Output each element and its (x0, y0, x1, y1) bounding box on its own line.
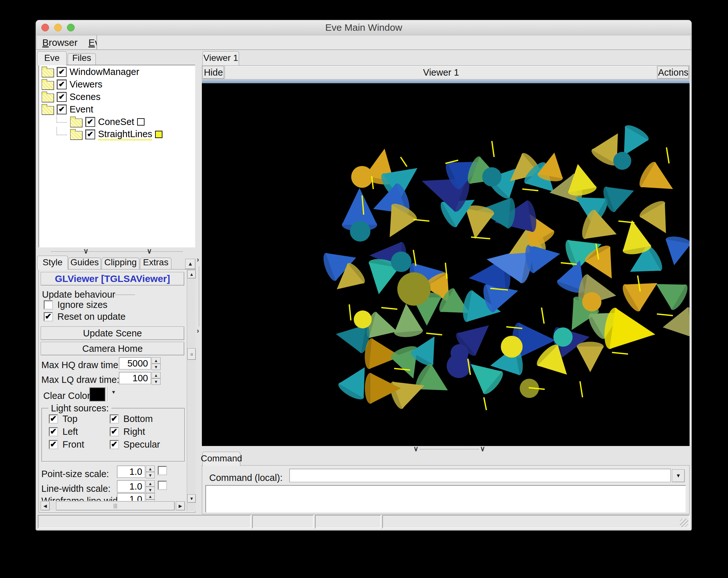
tree-checkbox[interactable]: ✔ (57, 92, 67, 102)
max-lq-label: Max LQ draw time: (41, 374, 119, 385)
tab-clipping[interactable]: Clipping (102, 258, 139, 270)
tree-label[interactable]: WindowManager (70, 67, 139, 77)
tab-scroll-up-icon[interactable]: ▲ (185, 259, 196, 269)
tree-row-viewers[interactable]: ✔ Viewers (42, 79, 195, 90)
update-scene-button[interactable]: Update Scene (41, 326, 184, 340)
scroll-down-icon[interactable]: ▼ (187, 494, 196, 503)
command-input[interactable] (289, 469, 671, 482)
menu-browser[interactable]: Browser (37, 37, 83, 48)
scroll-left-icon[interactable]: ◀ (41, 501, 50, 510)
viewer-header: Hide Viewer 1 Actions (202, 65, 690, 79)
tree-label[interactable]: Scenes (70, 91, 101, 102)
command-dropdown-icon[interactable]: ▼ (672, 469, 685, 482)
resize-grip[interactable] (680, 519, 688, 527)
tree-label[interactable]: Event (70, 104, 93, 115)
scrollbar-thumb[interactable]: ≡ (187, 348, 196, 360)
clear-color-swatch[interactable] (89, 387, 105, 401)
light-left-checkbox[interactable]: ✔ (49, 427, 58, 436)
tab-style[interactable]: Style (37, 256, 68, 270)
spin-up-icon[interactable]: ▲ (152, 372, 160, 378)
menu-group: Browser Eve (36, 35, 97, 50)
editor-horizontal-scrollbar[interactable]: ◀ ||| ▶ (40, 501, 186, 510)
tree-checkbox[interactable]: ✔ (85, 117, 95, 127)
scroll-right-icon[interactable]: ▶ (176, 501, 185, 510)
tree-label[interactable]: ConeSet (98, 116, 134, 127)
status-segment (252, 515, 314, 528)
titlebar: Eve Main Window (36, 20, 692, 34)
tree-label[interactable]: Viewers (70, 79, 103, 90)
tree-row-scenes[interactable]: ✔ Scenes (42, 91, 195, 103)
command-output[interactable] (205, 485, 686, 513)
light-right-checkbox[interactable]: ✔ (110, 427, 119, 436)
max-lq-spinner[interactable]: ▲ ▼ (152, 372, 160, 385)
tree-row-event[interactable]: ✔ Event (42, 104, 195, 115)
hide-button[interactable]: Hide (203, 66, 224, 79)
point-size-entry[interactable]: 1.0 (117, 466, 145, 478)
scroll-up-icon[interactable]: ▲ (187, 270, 196, 279)
reset-on-update-label: Reset on update (57, 311, 126, 322)
gl-viewport[interactable] (202, 83, 690, 446)
ignore-sizes-row: Ignore sizes (44, 299, 107, 310)
tab-command[interactable]: Command (203, 452, 240, 466)
tab-extras[interactable]: Extras (140, 258, 172, 270)
scrollbar-thumb[interactable]: ||| (56, 501, 175, 510)
tree-row-windowmanager[interactable]: ✔ WindowManager (42, 66, 195, 78)
main-window: Eve Main Window Browser Eve Eve Files ✔ … (36, 20, 692, 530)
tree-label[interactable]: StraightLines (98, 129, 152, 140)
tab-viewer1[interactable]: Viewer 1 (203, 51, 239, 65)
light-sources-label: Light sources: (48, 403, 111, 414)
camera-home-button[interactable]: Camera Home (41, 342, 184, 355)
vertical-splitter[interactable]: › › (196, 51, 202, 513)
tree-checkbox[interactable]: ✔ (85, 129, 95, 139)
coneset-marker[interactable] (137, 118, 145, 126)
command-local-label: Command (local): (209, 473, 283, 483)
spin-down-icon[interactable]: ▼ (152, 378, 160, 385)
spin-up-icon[interactable]: ▲ (152, 357, 160, 364)
tab-guides[interactable]: Guides (68, 258, 101, 270)
line-width-spinner[interactable]: ▲ ▼ (146, 480, 155, 493)
tab-files[interactable]: Files (68, 53, 96, 65)
tree-row-straightlines[interactable]: ✔ StraightLines (54, 129, 195, 140)
light-specular-row: ✔ Specular (110, 439, 160, 450)
eve-tree[interactable]: ✔ WindowManager ✔ Viewers ✔ Scenes ✔ Eve… (38, 65, 196, 248)
light-front-row: ✔ Front (49, 439, 84, 450)
point-size-checkbox[interactable] (158, 466, 166, 475)
ignore-sizes-label: Ignore sizes (57, 299, 107, 310)
point-size-spinner[interactable]: ▲ ▼ (146, 466, 155, 478)
spin-down-icon[interactable]: ▼ (152, 364, 160, 370)
line-width-label: Line-width scale: (41, 483, 110, 494)
tab-eve[interactable]: Eve (37, 51, 67, 65)
tree-connector (56, 114, 67, 123)
tree-checkbox[interactable]: ✔ (57, 67, 67, 77)
chevron-down-icon: ∨ (413, 445, 418, 452)
chevron-right-icon: › (197, 327, 199, 335)
tree-checkbox[interactable]: ✔ (57, 79, 67, 89)
actions-button[interactable]: Actions (657, 66, 689, 79)
update-behaviour-label: Update behaviour (42, 289, 115, 300)
3d-scene[interactable] (202, 83, 690, 446)
light-specular-checkbox[interactable]: ✔ (110, 440, 119, 449)
reset-on-update-row: ✔ Reset on update (44, 311, 126, 322)
folder-icon (70, 131, 82, 140)
clear-color-dropdown-icon[interactable]: ▼ (111, 389, 116, 395)
menubar-spacer (97, 35, 691, 50)
light-front-checkbox[interactable]: ✔ (49, 440, 58, 449)
light-bottom-checkbox[interactable]: ✔ (110, 415, 119, 423)
max-hq-spinner[interactable]: ▲ ▼ (152, 357, 160, 370)
tree-checkbox[interactable]: ✔ (57, 104, 67, 114)
straightlines-marker[interactable] (155, 131, 162, 138)
tree-row-coneset[interactable]: ✔ ConeSet (54, 116, 195, 128)
reset-on-update-checkbox[interactable]: ✔ (44, 312, 53, 321)
editor-vertical-scrollbar[interactable]: ▲ ≡ ▼ (187, 270, 196, 511)
bottom-splitter[interactable]: ∨ ∨ (202, 447, 690, 452)
line-width-checkbox[interactable] (158, 481, 166, 490)
folder-icon (42, 81, 54, 90)
glviewer-button[interactable]: GLViewer [TGLSAViewer] (41, 272, 184, 286)
light-top-checkbox[interactable]: ✔ (49, 415, 58, 423)
left-splitter[interactable]: ∨ ∨ (38, 249, 196, 254)
max-lq-entry[interactable]: 100 (119, 372, 151, 384)
max-hq-entry[interactable]: 5000 (119, 357, 151, 369)
ignore-sizes-checkbox[interactable] (44, 300, 53, 309)
line-width-entry[interactable]: 1.0 (117, 480, 145, 493)
clear-color-label: Clear Color (43, 391, 90, 401)
